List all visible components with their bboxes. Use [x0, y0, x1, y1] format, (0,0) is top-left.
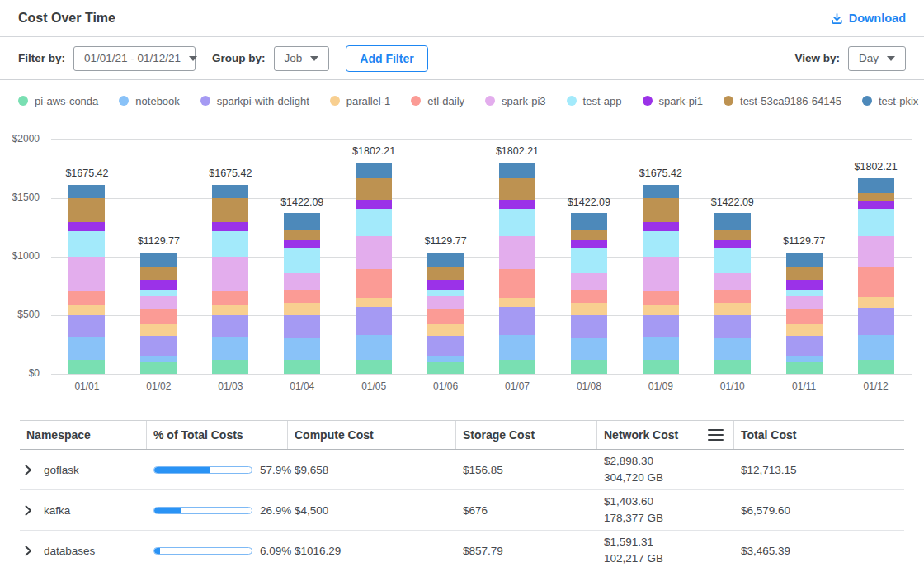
x-axis-tick-label: 01/06 [433, 380, 458, 392]
page-title: Cost Over Time [18, 11, 116, 26]
bar-segment-test-53ca9186-64145 [140, 267, 177, 280]
bar-segment-parallel-1 [140, 324, 177, 336]
percent-progress-bar [153, 507, 252, 514]
compute-cost-cell: $4,500 [287, 504, 455, 517]
bar-segment-test-app [284, 248, 320, 273]
bar-total-label: $1802.21 [352, 145, 395, 157]
chart-plot: $1675.4201/01$1129.7701/02$1675.4201/03$… [51, 139, 912, 374]
chart-bar-slot-01/07: $1802.2101/07 [482, 139, 554, 374]
storage-cost-cell: $676 [455, 504, 596, 517]
percent-progress-bar [153, 547, 252, 555]
bar-segment-test-53ca9186-64145 [643, 198, 679, 222]
bar-segment-pi-aws-conda [571, 360, 607, 374]
stacked-bar-01/08 [571, 213, 607, 374]
percent-total-costs-cell: 57.9% [146, 464, 287, 476]
network-gb-value: 102,217 GB [604, 550, 733, 567]
add-filter-button[interactable]: Add Filter [346, 45, 427, 72]
view-by-select[interactable]: Day [848, 46, 906, 71]
bar-segment-spark-pi1 [284, 240, 320, 248]
bar-segment-test-pkix [714, 213, 751, 230]
legend-item-parallel-1[interactable]: parallel-1 [330, 95, 390, 107]
legend-item-notebook[interactable]: notebook [119, 95, 180, 107]
x-axis-tick-label: 01/01 [74, 380, 99, 392]
stacked-bar-01/06 [427, 253, 464, 374]
cost-over-time-chart: $1675.4201/01$1129.7701/02$1675.4201/03$… [0, 121, 924, 405]
total-cost-cell: $6,579.60 [733, 504, 904, 517]
bar-segment-etl-daily [714, 290, 751, 304]
chart-bar-slot-01/06: $1129.7701/06 [410, 139, 482, 374]
total-cost-cell: $12,713.15 [733, 464, 904, 476]
bar-segment-spark-pi1 [786, 280, 823, 290]
bar-segment-parallel-1 [714, 303, 751, 315]
chart-bar-slot-01/10: $1422.0901/10 [696, 139, 768, 374]
bar-segment-notebook [858, 335, 894, 360]
view-by-label: View by: [794, 52, 840, 64]
expand-row-chevron-icon[interactable] [25, 505, 32, 516]
stacked-bar-01/11 [786, 253, 823, 374]
menu-icon[interactable] [708, 429, 724, 442]
bar-segment-test-53ca9186-64145 [68, 198, 105, 222]
gridline-$0 [51, 374, 912, 375]
bar-segment-notebook [140, 356, 177, 362]
namespace-name: databases [44, 545, 95, 557]
bar-segment-notebook [427, 356, 464, 362]
bar-total-label: $1422.09 [711, 196, 754, 208]
x-axis-tick-label: 01/05 [361, 380, 386, 392]
legend-item-test-app[interactable]: test-app [567, 95, 622, 107]
bar-segment-pi-aws-conda [643, 360, 679, 374]
legend-dot-icon [724, 96, 733, 106]
legend-item-label: test-53ca9186-64145 [740, 95, 842, 107]
legend-item-label: parallel-1 [346, 95, 390, 107]
bar-segment-test-pkix [643, 185, 679, 198]
legend-dot-icon [643, 96, 653, 106]
bar-segment-sparkpi-with-delight [68, 315, 105, 337]
chart-bar-slot-01/11: $1129.7701/11 [768, 139, 840, 374]
bar-segment-test-53ca9186-64145 [427, 267, 464, 280]
stacked-bar-01/02 [140, 253, 177, 374]
table-row-databases: databases6.09%$1016.29$857.79$1,591.3110… [20, 531, 904, 567]
storage-cost-cell: $857.79 [455, 545, 596, 557]
view-by-value: Day [859, 52, 879, 64]
legend-dot-icon [411, 96, 421, 106]
compute-cost-cell: $1016.29 [287, 545, 455, 557]
namespace-name: goflask [44, 464, 79, 476]
network-cost-value: $1,403.60 [604, 494, 733, 510]
legend-item-etl-daily[interactable]: etl-daily [411, 95, 464, 107]
table-body: goflask57.9%$9,658$156.85$2,898.30304,72… [20, 450, 904, 567]
bar-segment-spark-pi3 [212, 257, 248, 291]
bar-segment-notebook [786, 356, 823, 362]
legend-item-spark-pi1[interactable]: spark-pi1 [643, 95, 703, 107]
bar-total-label: $1129.77 [138, 235, 180, 247]
bar-segment-parallel-1 [858, 297, 894, 308]
namespace-name: kafka [44, 504, 70, 517]
legend-item-sparkpi-with-delight[interactable]: sparkpi-with-delight [200, 95, 309, 107]
legend-item-test-53ca9186-64145[interactable]: test-53ca9186-64145 [724, 95, 842, 107]
legend-item-label: spark-pi3 [502, 95, 545, 107]
expand-row-chevron-icon[interactable] [25, 465, 32, 475]
bar-total-label: $1422.09 [568, 196, 610, 208]
legend-item-pi-aws-conda[interactable]: pi-aws-conda [18, 95, 98, 107]
bar-segment-etl-daily [68, 291, 105, 305]
group-by-select[interactable]: Job [274, 46, 330, 71]
bar-segment-parallel-1 [786, 324, 823, 336]
bar-segment-test-app [571, 248, 607, 273]
stacked-bar-01/04 [284, 213, 320, 374]
percent-total-costs-cell: 26.9% [146, 504, 287, 517]
legend-dot-icon [18, 96, 28, 106]
stacked-bar-01/05 [356, 163, 392, 374]
legend-item-label: etl-daily [427, 95, 464, 107]
bar-segment-sparkpi-with-delight [356, 307, 392, 334]
group-by-label: Group by: [212, 52, 266, 64]
bar-segment-parallel-1 [284, 303, 320, 315]
bar-segment-test-pkix [140, 253, 177, 267]
legend-item-spark-pi3[interactable]: spark-pi3 [485, 95, 545, 107]
download-icon [831, 12, 843, 25]
date-range-select[interactable]: 01/01/21 - 01/12/21 [73, 46, 196, 71]
expand-row-chevron-icon[interactable] [25, 546, 32, 556]
legend-item-test-pkix[interactable]: test-pkix [862, 95, 918, 107]
chart-bar-slot-01/09: $1675.4201/09 [625, 139, 696, 374]
download-button[interactable]: Download [831, 12, 906, 25]
bar-segment-sparkpi-with-delight [427, 336, 464, 355]
bar-segment-sparkpi-with-delight [499, 307, 535, 334]
bar-segment-parallel-1 [427, 324, 464, 336]
